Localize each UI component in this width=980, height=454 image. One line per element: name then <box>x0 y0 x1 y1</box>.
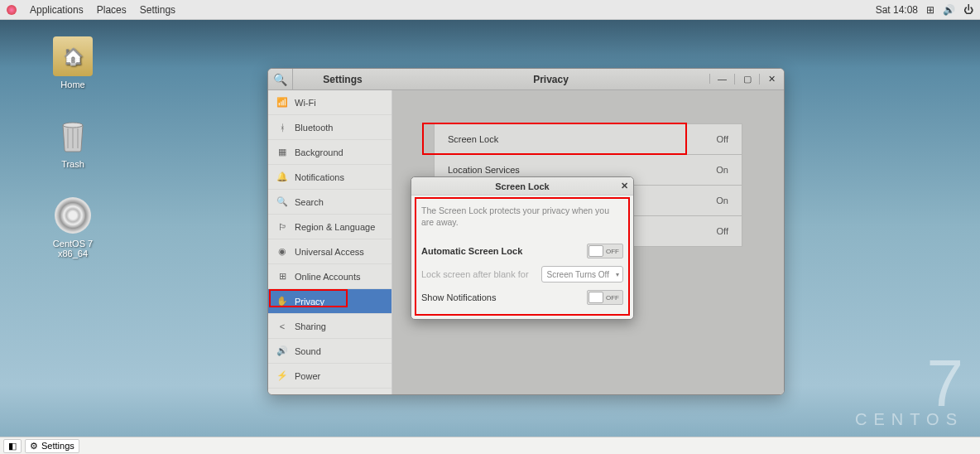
dialog-row-auto-lock: Automatic Screen Lock OFF <box>421 239 623 263</box>
panel-row[interactable]: Screen LockOff <box>434 123 742 155</box>
window-header: 🔍 Settings Privacy — ▢ ✕ <box>268 69 784 90</box>
search-icon: 🔍 <box>276 196 288 207</box>
menu-places[interactable]: Places <box>97 4 127 16</box>
dialog-title: Screen Lock <box>495 181 549 191</box>
network-tray-icon[interactable]: ⊞ <box>926 4 934 16</box>
auto-lock-toggle[interactable]: OFF <box>587 244 623 258</box>
desktop-icon-label: Home <box>40 80 106 89</box>
sidebar-item-sound[interactable]: 🔊Sound <box>268 339 392 364</box>
sharing-icon: < <box>276 321 288 331</box>
wifi-icon: 📶 <box>276 97 288 108</box>
gear-icon: ⚙ <box>30 441 38 452</box>
centos-watermark: 7 CENTOS <box>855 357 963 429</box>
sidebar-item-universal-access[interactable]: ◉Universal Access <box>268 239 392 264</box>
universal-access-icon: ◉ <box>276 246 288 257</box>
desktop-icon-home[interactable]: Home <box>40 36 106 89</box>
distro-logo-icon <box>7 5 17 15</box>
desktop-icon-label: CentOS 7 x86_64 <box>40 239 106 258</box>
panel-row-value: On <box>716 165 728 175</box>
privacy-icon: ✋ <box>276 296 288 307</box>
blank-dropdown[interactable]: Screen Turns Off <box>541 266 623 283</box>
power-tray-icon[interactable]: ⏻ <box>963 4 973 16</box>
svg-point-0 <box>63 123 83 128</box>
desktop-icon-cd[interactable]: CentOS 7 x86_64 <box>40 196 106 258</box>
sidebar-item-label: Privacy <box>295 297 324 307</box>
back-button[interactable]: 🔍 <box>268 69 293 89</box>
sidebar-item-notifications[interactable]: 🔔Notifications <box>268 165 392 190</box>
sidebar-item-label: Wi-Fi <box>295 98 316 108</box>
dialog-row-blank: Lock screen after blank for Screen Turns… <box>421 263 623 286</box>
sidebar-item-wifi[interactable]: 📶Wi-Fi <box>268 90 392 115</box>
sidebar-item-network[interactable]: ⊕Network <box>268 389 392 394</box>
sidebar-item-label: Online Accounts <box>295 272 361 282</box>
panel-row-value: Off <box>717 226 728 236</box>
folder-icon <box>53 36 93 76</box>
panel-row-label: Screen Lock <box>448 134 717 144</box>
sound-icon: 🔊 <box>276 345 288 356</box>
menu-applications[interactable]: Applications <box>30 4 84 16</box>
cd-icon <box>53 196 93 235</box>
dialog-close-button[interactable]: ✕ <box>621 181 628 191</box>
window-minimize-button[interactable]: — <box>709 74 734 84</box>
sidebar-item-label: Bluetooth <box>295 123 333 133</box>
dialog-header: Screen Lock ✕ <box>411 177 633 196</box>
bluetooth-icon: ᚼ <box>276 123 288 133</box>
clock[interactable]: Sat 14:08 <box>876 4 918 16</box>
trash-icon <box>53 116 93 156</box>
sidebar-item-background[interactable]: ▦Background <box>268 140 392 165</box>
sidebar-item-label: Search <box>295 197 324 207</box>
sidebar-item-search[interactable]: 🔍Search <box>268 190 392 215</box>
window-maximize-button[interactable]: ▢ <box>734 74 759 85</box>
screen-lock-dialog: Screen Lock ✕ The Screen Lock protects y… <box>411 176 634 320</box>
dialog-row-notifications: Show Notifications OFF <box>421 286 623 309</box>
sidebar-item-label: Sound <box>295 346 321 356</box>
sidebar-item-label: Region & Language <box>295 222 375 232</box>
desktop-icon-label: Trash <box>40 159 106 169</box>
sidebar-item-label: Sharing <box>295 321 326 331</box>
sidebar-item-sharing[interactable]: <Sharing <box>268 314 392 339</box>
panel-row-value: Off <box>717 134 728 144</box>
notifications-icon: 🔔 <box>276 171 288 182</box>
taskbar-app-settings[interactable]: ⚙ Settings <box>25 439 79 453</box>
notifications-label: Show Notifications <box>421 292 587 302</box>
region-language-icon: 🏳 <box>276 222 288 232</box>
taskbar-show-desktop[interactable]: ◧ <box>3 439 22 453</box>
blank-label: Lock screen after blank for <box>421 269 541 279</box>
sidebar-item-label: Universal Access <box>295 247 364 257</box>
notifications-toggle[interactable]: OFF <box>587 290 623 305</box>
sidebar-item-label: Power <box>295 371 320 381</box>
menu-settings[interactable]: Settings <box>140 4 175 16</box>
sidebar-item-bluetooth[interactable]: ᚼBluetooth <box>268 115 392 140</box>
power-icon: ⚡ <box>276 370 288 381</box>
sidebar-item-power[interactable]: ⚡Power <box>268 364 392 389</box>
panel-row-label: Location Services <box>448 165 716 175</box>
sidebar-title: Settings <box>293 74 392 85</box>
sidebar-item-label: Background <box>295 147 343 157</box>
desktop-icon-trash[interactable]: Trash <box>40 116 106 169</box>
bottom-taskbar: ◧ ⚙ Settings <box>0 437 980 454</box>
sidebar-item-region-language[interactable]: 🏳Region & Language <box>268 215 392 239</box>
online-accounts-icon: ⊞ <box>276 271 288 282</box>
panel-title: Privacy <box>392 74 709 85</box>
sidebar-item-privacy[interactable]: ✋Privacy <box>268 289 392 314</box>
auto-lock-label: Automatic Screen Lock <box>421 246 587 256</box>
panel-row-value: On <box>716 196 728 205</box>
window-close-button[interactable]: ✕ <box>759 74 784 85</box>
top-menu-bar: Applications Places Settings Sat 14:08 ⊞… <box>0 0 980 20</box>
settings-sidebar: 📶Wi-FiᚼBluetooth▦Background🔔Notification… <box>268 90 392 394</box>
background-icon: ▦ <box>276 147 288 157</box>
sidebar-item-label: Notifications <box>295 172 344 182</box>
sidebar-item-online-accounts[interactable]: ⊞Online Accounts <box>268 264 392 289</box>
volume-tray-icon[interactable]: 🔊 <box>943 4 955 16</box>
dialog-description: The Screen Lock protects your privacy wh… <box>421 205 623 228</box>
